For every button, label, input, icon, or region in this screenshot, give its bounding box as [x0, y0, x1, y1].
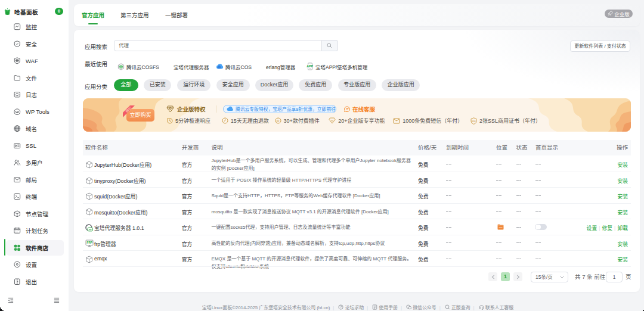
svg-text:SSL: SSL	[472, 119, 476, 122]
svg-text:APP: APP	[306, 64, 313, 68]
svg-text:30: 30	[276, 120, 280, 123]
svg-text:FRP: FRP	[86, 242, 92, 245]
